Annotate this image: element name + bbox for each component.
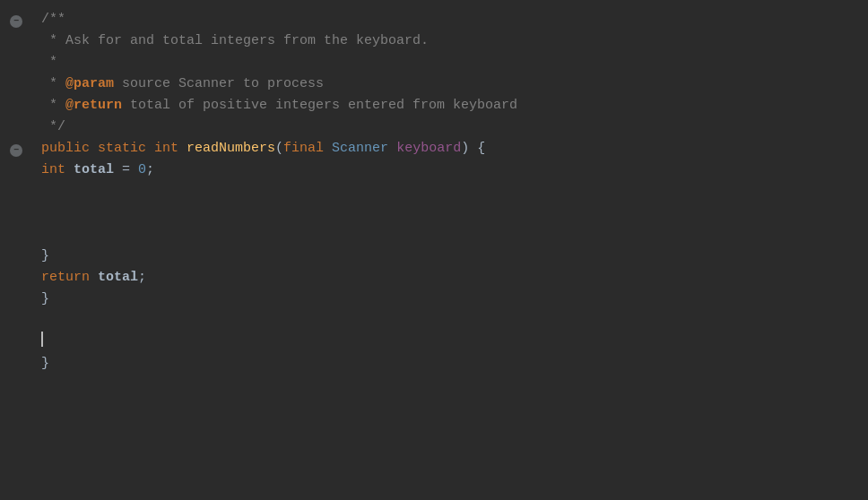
token: (	[275, 138, 283, 159]
token: from	[412, 95, 445, 116]
code-line	[41, 310, 868, 332]
gutter-row	[0, 97, 32, 118]
code-line: * Ask for and total integers from the ke…	[41, 30, 868, 52]
gutter-row	[0, 32, 32, 54]
token: ;	[146, 159, 154, 181]
token: int	[41, 159, 74, 181]
token: total	[98, 267, 138, 289]
text-cursor	[41, 332, 43, 347]
token: *	[41, 95, 65, 116]
gutter-row	[0, 161, 32, 183]
token: }	[41, 289, 49, 310]
code-line: return total;	[41, 267, 868, 289]
code-line: }	[41, 353, 868, 375]
code-line	[41, 203, 868, 224]
token: *	[41, 73, 65, 95]
token: keyboard	[396, 138, 461, 159]
token: keyboard	[445, 95, 517, 116]
gutter-row	[0, 140, 32, 161]
token: }	[41, 353, 49, 375]
code-line	[41, 224, 868, 246]
token: @return	[65, 95, 122, 116]
gutter-row	[0, 355, 32, 376]
token: 0	[138, 159, 146, 181]
token: ;	[138, 267, 146, 289]
token: source Scanner to process	[114, 73, 324, 95]
token: the keyboard.	[316, 30, 429, 52]
code-line: */	[41, 116, 868, 138]
token: static	[98, 138, 154, 159]
gutter-row	[0, 312, 32, 333]
code-line: int total = 0;	[41, 159, 868, 181]
token: int	[154, 138, 187, 159]
code-line: *	[41, 52, 868, 73]
gutter-row	[0, 247, 32, 269]
token: total	[74, 159, 114, 181]
code-editor[interactable]: /** * Ask for and total integers from th…	[0, 0, 868, 500]
token: * Ask for and total integers	[41, 30, 283, 52]
fold-icon[interactable]	[10, 144, 22, 157]
token: /**	[41, 9, 65, 30]
gutter-row	[0, 118, 32, 140]
code-line: public static int readNumbers(final Scan…	[41, 138, 868, 159]
token: *	[41, 52, 57, 73]
gutter-row	[0, 269, 32, 290]
gutter-row	[0, 290, 32, 312]
code-line: * @return total of positive integers ent…	[41, 95, 868, 116]
line-gutter	[0, 9, 32, 491]
gutter-row	[0, 183, 32, 204]
gutter-row	[0, 226, 32, 247]
gutter-row	[0, 333, 32, 355]
token: final	[283, 138, 332, 159]
token: return	[41, 267, 98, 289]
code-line	[41, 181, 868, 203]
token: Scanner	[332, 138, 396, 159]
token: =	[114, 159, 138, 181]
code-line: /**	[41, 9, 868, 30]
token: @param	[65, 73, 114, 95]
code-line	[41, 332, 868, 353]
token: from	[283, 30, 316, 52]
fold-icon[interactable]	[10, 15, 22, 28]
token: }	[41, 246, 49, 267]
code-line: }	[41, 246, 868, 267]
code-line: }	[41, 289, 868, 310]
gutter-row	[0, 75, 32, 97]
code-line: * @param source Scanner to process	[41, 73, 868, 95]
token: public	[41, 138, 98, 159]
token: total of positive integers entered	[122, 95, 412, 116]
code-area[interactable]: /** * Ask for and total integers from th…	[32, 9, 868, 491]
gutter-row	[0, 11, 32, 32]
token: ) {	[461, 138, 485, 159]
token: */	[41, 116, 65, 138]
gutter-row	[0, 54, 32, 75]
gutter-row	[0, 204, 32, 226]
token: readNumbers	[187, 138, 275, 159]
